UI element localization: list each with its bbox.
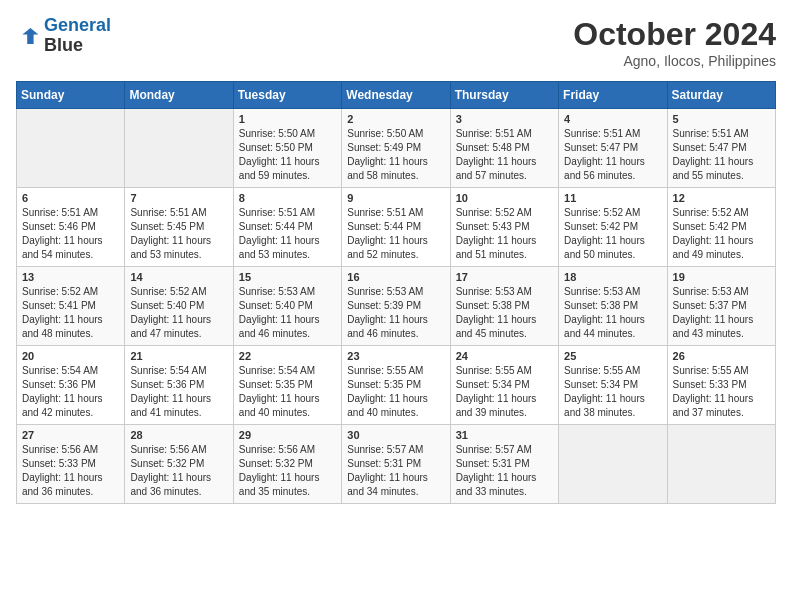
calendar-cell: 6Sunrise: 5:51 AM Sunset: 5:46 PM Daylig…	[17, 188, 125, 267]
cell-content: Sunrise: 5:52 AM Sunset: 5:42 PM Dayligh…	[673, 206, 770, 262]
calendar-cell: 23Sunrise: 5:55 AM Sunset: 5:35 PM Dayli…	[342, 346, 450, 425]
location-subtitle: Agno, Ilocos, Philippines	[573, 53, 776, 69]
calendar-cell: 20Sunrise: 5:54 AM Sunset: 5:36 PM Dayli…	[17, 346, 125, 425]
day-number: 3	[456, 113, 553, 125]
calendar-cell: 19Sunrise: 5:53 AM Sunset: 5:37 PM Dayli…	[667, 267, 775, 346]
cell-content: Sunrise: 5:53 AM Sunset: 5:37 PM Dayligh…	[673, 285, 770, 341]
calendar-cell: 30Sunrise: 5:57 AM Sunset: 5:31 PM Dayli…	[342, 425, 450, 504]
header-cell-thursday: Thursday	[450, 82, 558, 109]
day-number: 7	[130, 192, 227, 204]
calendar-cell: 5Sunrise: 5:51 AM Sunset: 5:47 PM Daylig…	[667, 109, 775, 188]
header-cell-monday: Monday	[125, 82, 233, 109]
logo: General Blue	[16, 16, 111, 56]
day-number: 2	[347, 113, 444, 125]
calendar-cell: 12Sunrise: 5:52 AM Sunset: 5:42 PM Dayli…	[667, 188, 775, 267]
week-row-2: 6Sunrise: 5:51 AM Sunset: 5:46 PM Daylig…	[17, 188, 776, 267]
calendar-table: SundayMondayTuesdayWednesdayThursdayFrid…	[16, 81, 776, 504]
cell-content: Sunrise: 5:53 AM Sunset: 5:38 PM Dayligh…	[456, 285, 553, 341]
calendar-cell: 15Sunrise: 5:53 AM Sunset: 5:40 PM Dayli…	[233, 267, 341, 346]
day-number: 8	[239, 192, 336, 204]
week-row-5: 27Sunrise: 5:56 AM Sunset: 5:33 PM Dayli…	[17, 425, 776, 504]
calendar-cell: 22Sunrise: 5:54 AM Sunset: 5:35 PM Dayli…	[233, 346, 341, 425]
calendar-cell: 10Sunrise: 5:52 AM Sunset: 5:43 PM Dayli…	[450, 188, 558, 267]
day-number: 27	[22, 429, 119, 441]
page-header: General Blue October 2024 Agno, Ilocos, …	[16, 16, 776, 69]
cell-content: Sunrise: 5:51 AM Sunset: 5:46 PM Dayligh…	[22, 206, 119, 262]
calendar-cell: 26Sunrise: 5:55 AM Sunset: 5:33 PM Dayli…	[667, 346, 775, 425]
cell-content: Sunrise: 5:56 AM Sunset: 5:33 PM Dayligh…	[22, 443, 119, 499]
day-number: 28	[130, 429, 227, 441]
cell-content: Sunrise: 5:51 AM Sunset: 5:45 PM Dayligh…	[130, 206, 227, 262]
day-number: 13	[22, 271, 119, 283]
cell-content: Sunrise: 5:51 AM Sunset: 5:47 PM Dayligh…	[564, 127, 661, 183]
cell-content: Sunrise: 5:56 AM Sunset: 5:32 PM Dayligh…	[130, 443, 227, 499]
calendar-cell	[667, 425, 775, 504]
day-number: 1	[239, 113, 336, 125]
cell-content: Sunrise: 5:55 AM Sunset: 5:35 PM Dayligh…	[347, 364, 444, 420]
cell-content: Sunrise: 5:57 AM Sunset: 5:31 PM Dayligh…	[347, 443, 444, 499]
cell-content: Sunrise: 5:57 AM Sunset: 5:31 PM Dayligh…	[456, 443, 553, 499]
title-block: October 2024 Agno, Ilocos, Philippines	[573, 16, 776, 69]
svg-marker-0	[22, 28, 38, 44]
day-number: 23	[347, 350, 444, 362]
day-number: 14	[130, 271, 227, 283]
calendar-cell	[125, 109, 233, 188]
calendar-cell: 13Sunrise: 5:52 AM Sunset: 5:41 PM Dayli…	[17, 267, 125, 346]
header-cell-friday: Friday	[559, 82, 667, 109]
day-number: 19	[673, 271, 770, 283]
calendar-cell	[559, 425, 667, 504]
calendar-cell: 2Sunrise: 5:50 AM Sunset: 5:49 PM Daylig…	[342, 109, 450, 188]
header-cell-wednesday: Wednesday	[342, 82, 450, 109]
cell-content: Sunrise: 5:53 AM Sunset: 5:39 PM Dayligh…	[347, 285, 444, 341]
calendar-cell: 3Sunrise: 5:51 AM Sunset: 5:48 PM Daylig…	[450, 109, 558, 188]
day-number: 26	[673, 350, 770, 362]
day-number: 16	[347, 271, 444, 283]
day-number: 4	[564, 113, 661, 125]
day-number: 24	[456, 350, 553, 362]
day-number: 29	[239, 429, 336, 441]
calendar-cell: 11Sunrise: 5:52 AM Sunset: 5:42 PM Dayli…	[559, 188, 667, 267]
week-row-1: 1Sunrise: 5:50 AM Sunset: 5:50 PM Daylig…	[17, 109, 776, 188]
logo-line2: Blue	[44, 36, 111, 56]
day-number: 15	[239, 271, 336, 283]
calendar-cell: 1Sunrise: 5:50 AM Sunset: 5:50 PM Daylig…	[233, 109, 341, 188]
cell-content: Sunrise: 5:56 AM Sunset: 5:32 PM Dayligh…	[239, 443, 336, 499]
day-number: 21	[130, 350, 227, 362]
day-number: 10	[456, 192, 553, 204]
logo-line1: General	[44, 15, 111, 35]
cell-content: Sunrise: 5:54 AM Sunset: 5:35 PM Dayligh…	[239, 364, 336, 420]
cell-content: Sunrise: 5:55 AM Sunset: 5:34 PM Dayligh…	[564, 364, 661, 420]
calendar-cell: 17Sunrise: 5:53 AM Sunset: 5:38 PM Dayli…	[450, 267, 558, 346]
calendar-cell: 4Sunrise: 5:51 AM Sunset: 5:47 PM Daylig…	[559, 109, 667, 188]
cell-content: Sunrise: 5:50 AM Sunset: 5:50 PM Dayligh…	[239, 127, 336, 183]
header-cell-saturday: Saturday	[667, 82, 775, 109]
day-number: 30	[347, 429, 444, 441]
day-number: 20	[22, 350, 119, 362]
calendar-cell: 18Sunrise: 5:53 AM Sunset: 5:38 PM Dayli…	[559, 267, 667, 346]
header-cell-tuesday: Tuesday	[233, 82, 341, 109]
calendar-cell: 28Sunrise: 5:56 AM Sunset: 5:32 PM Dayli…	[125, 425, 233, 504]
cell-content: Sunrise: 5:53 AM Sunset: 5:40 PM Dayligh…	[239, 285, 336, 341]
calendar-cell: 21Sunrise: 5:54 AM Sunset: 5:36 PM Dayli…	[125, 346, 233, 425]
cell-content: Sunrise: 5:51 AM Sunset: 5:48 PM Dayligh…	[456, 127, 553, 183]
calendar-cell: 29Sunrise: 5:56 AM Sunset: 5:32 PM Dayli…	[233, 425, 341, 504]
day-number: 11	[564, 192, 661, 204]
cell-content: Sunrise: 5:52 AM Sunset: 5:41 PM Dayligh…	[22, 285, 119, 341]
cell-content: Sunrise: 5:52 AM Sunset: 5:40 PM Dayligh…	[130, 285, 227, 341]
cell-content: Sunrise: 5:50 AM Sunset: 5:49 PM Dayligh…	[347, 127, 444, 183]
logo-icon	[16, 26, 40, 46]
cell-content: Sunrise: 5:54 AM Sunset: 5:36 PM Dayligh…	[22, 364, 119, 420]
cell-content: Sunrise: 5:51 AM Sunset: 5:47 PM Dayligh…	[673, 127, 770, 183]
day-number: 6	[22, 192, 119, 204]
week-row-4: 20Sunrise: 5:54 AM Sunset: 5:36 PM Dayli…	[17, 346, 776, 425]
cell-content: Sunrise: 5:51 AM Sunset: 5:44 PM Dayligh…	[239, 206, 336, 262]
cell-content: Sunrise: 5:52 AM Sunset: 5:43 PM Dayligh…	[456, 206, 553, 262]
day-number: 12	[673, 192, 770, 204]
cell-content: Sunrise: 5:53 AM Sunset: 5:38 PM Dayligh…	[564, 285, 661, 341]
calendar-cell: 9Sunrise: 5:51 AM Sunset: 5:44 PM Daylig…	[342, 188, 450, 267]
day-number: 25	[564, 350, 661, 362]
calendar-cell: 27Sunrise: 5:56 AM Sunset: 5:33 PM Dayli…	[17, 425, 125, 504]
day-number: 9	[347, 192, 444, 204]
day-number: 5	[673, 113, 770, 125]
calendar-cell: 7Sunrise: 5:51 AM Sunset: 5:45 PM Daylig…	[125, 188, 233, 267]
